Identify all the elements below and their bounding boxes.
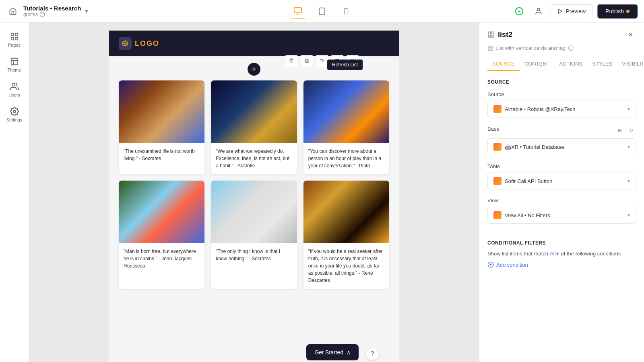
panel-title: list2: [498, 31, 512, 39]
base-field-label: Base: [487, 126, 500, 132]
svg-rect-14: [15, 33, 17, 36]
table-dropdown[interactable]: Softr Call API Button ▾: [487, 173, 636, 189]
base-refresh-btn[interactable]: ↻: [626, 125, 636, 135]
card-1[interactable]: "The unexamined life is not worth living…: [119, 80, 204, 174]
card-image-6: [303, 181, 389, 243]
preview-button[interactable]: Preview: [551, 4, 592, 18]
canvas-inner: LOGO + 🗑 ⧉ ↷ ⊡ 👁 Refresh List: [29, 23, 479, 362]
sidebar-label-users: Users: [8, 93, 20, 97]
tab-source[interactable]: SOURCE: [487, 58, 520, 71]
airtable-base-icon: [493, 143, 502, 151]
canvas-area[interactable]: LOGO + 🗑 ⧉ ↷ ⊡ 👁 Refresh List: [29, 23, 479, 362]
svg-rect-17: [11, 58, 18, 65]
card-image-3: [303, 80, 389, 143]
source-dropdown[interactable]: Airtable - Robots @XRay.Tech ▾: [487, 101, 636, 117]
refresh-list-button[interactable]: Refresh List: [327, 60, 363, 70]
add-condition-button[interactable]: Add condition: [487, 261, 636, 268]
base-field-group: Base ⊞ ↻ 🤖XR • Tutorial Database ▾: [487, 125, 636, 155]
duplicate-toolbar-btn[interactable]: ⧉: [301, 55, 313, 67]
svg-rect-24: [488, 32, 490, 34]
card-5[interactable]: "The only thing I know is that I know no…: [211, 181, 297, 289]
chevron-up-icon: ∧: [347, 349, 351, 356]
base-dropdown[interactable]: 🤖XR • Tutorial Database ▾: [487, 138, 636, 155]
tab-content[interactable]: CONTENT: [520, 58, 555, 71]
base-grid-btn[interactable]: ⊞: [615, 125, 625, 135]
card-6[interactable]: "If you would be a real seeker after tru…: [303, 181, 389, 289]
panel-title-row: list2 ✕: [487, 29, 636, 40]
info-icon: [39, 12, 45, 17]
svg-rect-3: [294, 7, 301, 12]
site-sub: quotes: [23, 12, 81, 17]
conditional-title: CONDITIONAL FILTERS: [487, 240, 636, 246]
check-icon[interactable]: [512, 4, 526, 19]
svg-point-21: [13, 110, 16, 113]
cards-grid: "The unexamined life is not worth living…: [109, 56, 399, 297]
svg-rect-26: [492, 35, 494, 37]
get-started-button[interactable]: Get Started ∧: [306, 344, 359, 360]
panel-close-button[interactable]: ✕: [625, 29, 636, 40]
topbar-center: [291, 4, 353, 19]
condition-match-link[interactable]: All ▾: [550, 251, 559, 257]
user-icon[interactable]: [531, 4, 546, 19]
list-panel-icon: [487, 31, 495, 38]
svg-rect-16: [11, 37, 13, 40]
view-field-label: View: [487, 197, 636, 204]
svg-rect-28: [488, 46, 490, 47]
logo-area: LOGO: [119, 37, 159, 50]
panel-divider: [487, 232, 636, 232]
svg-rect-30: [491, 49, 492, 50]
tab-styles[interactable]: STYLES: [587, 58, 617, 71]
subtitle-info-icon: [568, 45, 574, 51]
card-image-1: [119, 80, 204, 143]
sidebar-item-pages[interactable]: Pages: [3, 29, 26, 51]
forward-toolbar-btn[interactable]: ↷: [316, 55, 328, 67]
table-dropdown-arrow: ▾: [627, 178, 630, 184]
condition-row: Show list items that match All ▾ of the …: [487, 251, 636, 257]
panel-subtitle: List with vertical cards and tag: [487, 45, 636, 51]
play-icon: [557, 8, 563, 14]
sidebar-item-settings[interactable]: Settings: [3, 104, 26, 125]
list-subtitle-icon: [487, 45, 493, 51]
sidebar-label-theme: Theme: [7, 68, 21, 72]
svg-rect-6: [319, 8, 324, 14]
card-image-2: [211, 80, 297, 143]
card-text-2: "We are what we repeatedly do. Excellenc…: [211, 143, 297, 174]
site-title: Tutorials • Research: [23, 5, 81, 12]
tab-visibility[interactable]: VISIBILITY: [617, 58, 644, 71]
svg-point-20: [12, 83, 14, 86]
airtable-table-icon: [493, 177, 502, 185]
table-field-label: Table: [487, 163, 636, 169]
view-dropdown[interactable]: View All • No Filters ▾: [487, 207, 636, 224]
sidebar-item-theme[interactable]: Theme: [3, 54, 26, 76]
topbar-right: Preview Publish: [512, 4, 638, 19]
desktop-device-btn[interactable]: [291, 4, 305, 19]
delete-toolbar-btn[interactable]: 🗑: [285, 55, 297, 67]
source-dropdown-text: Airtable - Robots @XRay.Tech: [493, 105, 576, 113]
card-image-5: [211, 181, 297, 243]
publish-button[interactable]: Publish: [597, 4, 638, 19]
source-field-group: Source Airtable - Robots @XRay.Tech ▾: [487, 91, 636, 117]
site-info: Tutorials • Research quotes: [23, 5, 81, 17]
view-dropdown-text: View All • No Filters: [493, 211, 550, 219]
svg-rect-25: [492, 32, 494, 34]
mobile-device-btn[interactable]: [339, 4, 353, 19]
card-4[interactable]: "Man is born free, but everywhere he is …: [119, 181, 204, 289]
svg-point-11: [537, 8, 540, 11]
source-field-label: Source: [487, 91, 636, 97]
card-3[interactable]: "You can discover more about a person in…: [303, 80, 389, 174]
add-element-button[interactable]: +: [248, 63, 260, 76]
svg-rect-13: [11, 33, 13, 36]
tab-actions[interactable]: ACTIONS: [554, 58, 587, 71]
tablet-device-btn[interactable]: [315, 4, 329, 19]
dropdown-arrow-site[interactable]: ▾: [85, 7, 88, 15]
home-icon[interactable]: [6, 5, 19, 18]
sidebar-item-users[interactable]: Users: [3, 79, 26, 101]
svg-rect-29: [491, 46, 492, 47]
svg-marker-12: [559, 9, 562, 13]
card-2[interactable]: "We are what we repeatedly do. Excellenc…: [211, 80, 297, 174]
help-button[interactable]: ?: [366, 348, 379, 360]
logo-icon: [119, 37, 132, 50]
logo-globe-icon: [122, 40, 128, 47]
theme-icon: [10, 57, 19, 66]
svg-rect-8: [344, 8, 348, 14]
